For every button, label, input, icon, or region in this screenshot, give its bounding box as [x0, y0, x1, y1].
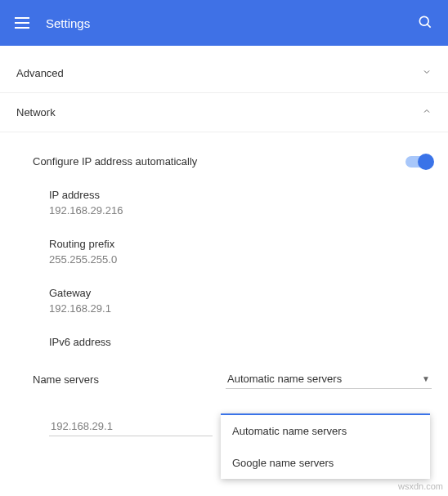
nameservers-dropdown: Automatic name servers Google name serve… [221, 413, 430, 479]
auto-ip-label: Configure IP address automatically [33, 155, 197, 168]
page-title: Settings [46, 16, 90, 30]
section-network-label: Network [16, 106, 56, 118]
auto-ip-toggle[interactable] [405, 156, 432, 168]
ip-address-field: IP address 192.168.29.216 [16, 189, 432, 217]
chevron-down-icon [422, 67, 432, 79]
app-header: Settings [0, 0, 448, 46]
routing-prefix-value: 255.255.255.0 [49, 253, 432, 266]
nameservers-row: Name servers Automatic name servers ▼ [16, 369, 432, 389]
gateway-field: Gateway 192.168.29.1 [16, 287, 432, 315]
search-icon[interactable] [417, 14, 433, 33]
routing-prefix-label: Routing prefix [49, 238, 432, 250]
auto-ip-row: Configure IP address automatically [16, 155, 432, 168]
dns-input[interactable] [49, 417, 213, 436]
nameservers-select[interactable]: Automatic name servers ▼ [226, 369, 432, 389]
section-network[interactable]: Network [0, 93, 448, 132]
dropdown-arrow-icon: ▼ [422, 374, 430, 383]
ip-address-value: 192.168.29.216 [49, 204, 432, 217]
svg-point-0 [419, 16, 428, 25]
chevron-up-icon [422, 106, 432, 118]
section-advanced[interactable]: Advanced [0, 54, 448, 93]
watermark: wsxdn.com [398, 481, 443, 491]
network-panel: Configure IP address automatically IP ad… [0, 132, 448, 461]
ip-address-label: IP address [49, 189, 432, 201]
nameservers-selected: Automatic name servers [227, 373, 342, 385]
ipv6-field: IPv6 address [16, 336, 432, 348]
ipv6-label: IPv6 address [49, 336, 432, 348]
toggle-knob [418, 154, 434, 170]
routing-prefix-field: Routing prefix 255.255.255.0 [16, 238, 432, 266]
nameservers-label: Name servers [33, 373, 99, 386]
gateway-value: 192.168.29.1 [49, 302, 432, 315]
section-advanced-label: Advanced [16, 67, 64, 79]
menu-icon[interactable] [15, 15, 31, 31]
dropdown-option-automatic[interactable]: Automatic name servers [221, 415, 430, 447]
gateway-label: Gateway [49, 287, 432, 299]
svg-line-1 [428, 24, 431, 27]
dropdown-option-google[interactable]: Google name servers [221, 447, 430, 479]
